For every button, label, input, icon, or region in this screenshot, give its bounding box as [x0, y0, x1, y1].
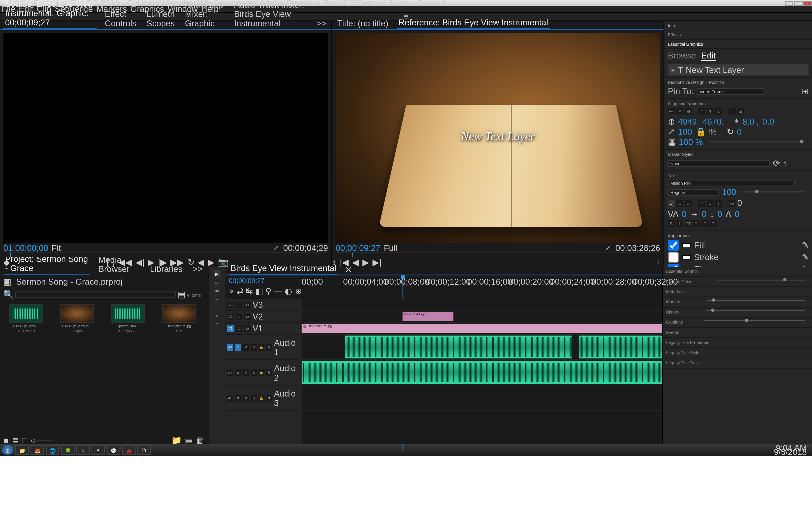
scale-value[interactable]: 100 [678, 127, 692, 137]
taskbar-app-button[interactable]: 🦊 [31, 445, 44, 455]
project-item[interactable]: Bible-picture.jpg4;29 [156, 304, 202, 333]
track-header[interactable]: V3□□V3 [225, 299, 302, 311]
track-source-toggle[interactable]: 2 [235, 369, 241, 376]
track-header[interactable]: A11MS🔒🎙Audio 1 [225, 335, 302, 360]
text-layer-overlay[interactable]: New Text Layer [461, 130, 535, 144]
track-toggle[interactable]: M [243, 394, 249, 401]
align-top-icon[interactable]: ⤒ [698, 108, 705, 114]
track-target-toggle[interactable]: V1 [227, 325, 234, 332]
project-item[interactable]: Birds Eye View In…6;24;24 [54, 304, 100, 333]
taskbar-app-button[interactable]: ● [91, 445, 105, 455]
source-overflow-icon[interactable]: >> [315, 18, 328, 29]
position-x[interactable]: 4949. [678, 117, 699, 126]
reference-tab[interactable]: Reference: Birds Eye View Instrumental [397, 17, 550, 29]
allcaps-button[interactable]: TT [685, 220, 691, 227]
lumetri-scopes-tab[interactable]: Lumetri Scopes [145, 8, 176, 29]
razor-tool[interactable]: ✂ [214, 296, 220, 303]
track-row[interactable] [302, 299, 662, 311]
timeline-clip[interactable] [579, 336, 662, 358]
taskbar-clock[interactable]: 9:04 AM 9/5/2018 [774, 446, 810, 454]
collapsed-panel-header[interactable]: History [663, 308, 812, 318]
freeform-view-icon[interactable]: □ [22, 435, 27, 445]
track-row[interactable] [302, 386, 662, 411]
master-style-dropdown[interactable]: None [668, 160, 770, 166]
collapsed-panel-header[interactable]: Legacy Title Properties [663, 338, 812, 348]
eg-browse-tab[interactable]: Browse [668, 51, 696, 61]
program-safe-margins-icon[interactable]: ⟋ [603, 243, 612, 252]
fill-eyedropper-icon[interactable]: ✎ [802, 241, 809, 250]
anchor-y[interactable]: 0.0 [762, 117, 774, 126]
timeline-clip[interactable]: New Text Layer [402, 312, 453, 321]
sequence-tab[interactable]: Birds Eye View Instrumental [229, 263, 338, 274]
source-fit-dropdown[interactable]: Fit [51, 243, 61, 252]
timeline-option-icon[interactable]: ◧ [255, 286, 263, 296]
track-toggle[interactable]: S [251, 344, 257, 350]
push-style-icon[interactable]: ↑ [783, 159, 787, 168]
text-align-right-icon[interactable]: ≡ [685, 200, 691, 206]
track-toggle[interactable]: □ [236, 325, 243, 332]
taskbar-app-button[interactable]: Pr [137, 445, 151, 455]
text-align-left-icon[interactable]: ≡ [668, 200, 675, 206]
track-toggle[interactable]: 🎙 [266, 369, 272, 376]
text-align-center-icon[interactable]: ≡ [676, 200, 683, 206]
pin-widget-icon[interactable]: ⊞ [802, 86, 809, 96]
timeline-option-icon[interactable]: ↹ [246, 286, 253, 296]
filter-bin-icon[interactable]: ▤ [178, 290, 185, 299]
text-align-top-icon[interactable]: ⤒ [698, 200, 705, 206]
timeline-timecode[interactable]: 00;00;09;27 [229, 277, 298, 285]
window-close-button[interactable]: ✕ [804, 0, 812, 5]
project-search-input[interactable] [15, 291, 176, 298]
timeline-option-icon[interactable]: ⌖ [229, 286, 234, 296]
align-bottom-icon[interactable]: ⤓ [715, 108, 722, 114]
info-panel-header[interactable]: Info [665, 21, 812, 31]
overwrite-button[interactable]: ▶ [208, 257, 215, 267]
track-toggle[interactable]: 🎙 [266, 394, 272, 401]
slip-tool[interactable]: ↔ [214, 304, 220, 311]
shadow-blur-slider[interactable] [704, 320, 805, 321]
smallcaps-button[interactable]: Tt [693, 220, 700, 227]
ripple-edit-tool[interactable]: ⇆ [214, 287, 220, 294]
sync-style-icon[interactable]: ⟳ [773, 159, 780, 168]
track-target-toggle[interactable]: V2 [227, 313, 234, 320]
taskbar-app-button[interactable]: ♫ [76, 445, 90, 455]
program-timecode-left[interactable]: 00;00;09;27 [336, 243, 380, 252]
align-left-icon[interactable]: ⬱ [668, 108, 675, 114]
stroke-checkbox[interactable] [668, 252, 679, 262]
new-item-icon[interactable]: ▤ [185, 435, 193, 445]
opacity-slider[interactable] [710, 141, 805, 142]
track-toggle[interactable]: □ [244, 301, 251, 308]
kern-value[interactable]: 0 [702, 209, 707, 219]
project-overflow-icon[interactable]: >> [191, 264, 204, 274]
base-value[interactable]: 0 [735, 209, 739, 219]
track-toggle[interactable]: M [243, 344, 249, 350]
program-fit-dropdown[interactable]: Full [384, 243, 397, 252]
eg-layer-row[interactable]: 👁 T New Text Layer [668, 65, 809, 75]
text-align-bot-icon[interactable]: ⤓ [715, 200, 722, 206]
timeline-clip[interactable] [302, 361, 662, 384]
list-view-icon[interactable]: ■ [3, 435, 8, 445]
export-frame-button[interactable]: 📷 [218, 257, 228, 267]
track-target-toggle[interactable]: A1 [227, 344, 233, 350]
timeline-ruler[interactable]: 00;0000;00;04;0000;00;08;0000;00;12;0000… [302, 276, 662, 298]
track-toggle[interactable]: S [251, 369, 257, 376]
align-right-icon[interactable]: ⇶ [685, 108, 691, 114]
zoom-slider[interactable]: ○—— [31, 435, 53, 445]
track-source-toggle[interactable]: 3 [235, 394, 241, 401]
taskbar-app-button[interactable]: 📁 [15, 445, 29, 455]
rotation-value[interactable]: 0 [737, 127, 742, 137]
source-scrub-bar[interactable] [3, 252, 328, 257]
collapsed-panel-header[interactable]: Markers [663, 297, 812, 307]
icon-view-icon[interactable]: ≣ [12, 435, 18, 445]
project-item[interactable]: Upward(Dan…46;27;35536 [105, 304, 151, 333]
collapsed-panel-header[interactable]: Essential Sound [663, 267, 812, 277]
track-row[interactable] [302, 360, 662, 386]
distribute-v-icon[interactable]: ≣ [737, 108, 744, 114]
window-maximize-button[interactable]: ▢ [794, 0, 803, 5]
subscript-button[interactable]: T. [710, 220, 717, 227]
audio-track-mixer-tab[interactable]: Audio Track Mixer: Birds Eye View Instru… [232, 0, 308, 29]
track-toggle[interactable]: S [251, 394, 257, 401]
timeline-option-icon[interactable]: ⊕ [295, 286, 302, 296]
timeline-option-icon[interactable]: ⚲ [265, 286, 271, 296]
distribute-h-icon[interactable]: ⫼ [729, 108, 736, 114]
effects-panel-header[interactable]: Effects [665, 31, 812, 40]
